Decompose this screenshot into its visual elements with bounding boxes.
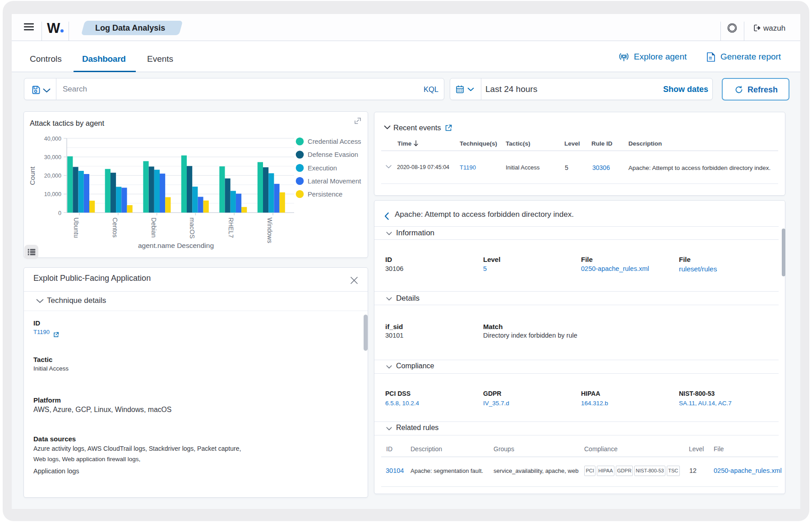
svg-text:Count: Count [28, 166, 36, 185]
svg-text:Credential Access: Credential Access [308, 138, 361, 145]
svg-text:Defense Evasion: Defense Evasion [308, 151, 358, 158]
svg-text:macOS: macOS [189, 218, 196, 239]
svg-text:Debian: Debian [150, 218, 157, 238]
svg-text:Execution: Execution [308, 165, 337, 172]
svg-text:Lateral Movement: Lateral Movement [308, 178, 361, 185]
svg-text:Windows: Windows [266, 218, 273, 243]
svg-text:40,000: 40,000 [44, 136, 61, 142]
svg-text:agent.name Descending: agent.name Descending [138, 242, 214, 249]
svg-text:10,000: 10,000 [44, 191, 61, 197]
svg-text:30,000: 30,000 [44, 154, 61, 160]
svg-text:Persistence: Persistence [308, 191, 342, 198]
svg-text:0: 0 [58, 210, 61, 216]
svg-text:20,000: 20,000 [44, 173, 61, 179]
svg-text:Ubuntu: Ubuntu [73, 218, 80, 238]
svg-text:Centos: Centos [111, 218, 119, 238]
svg-text:RHEL7: RHEL7 [227, 218, 235, 238]
